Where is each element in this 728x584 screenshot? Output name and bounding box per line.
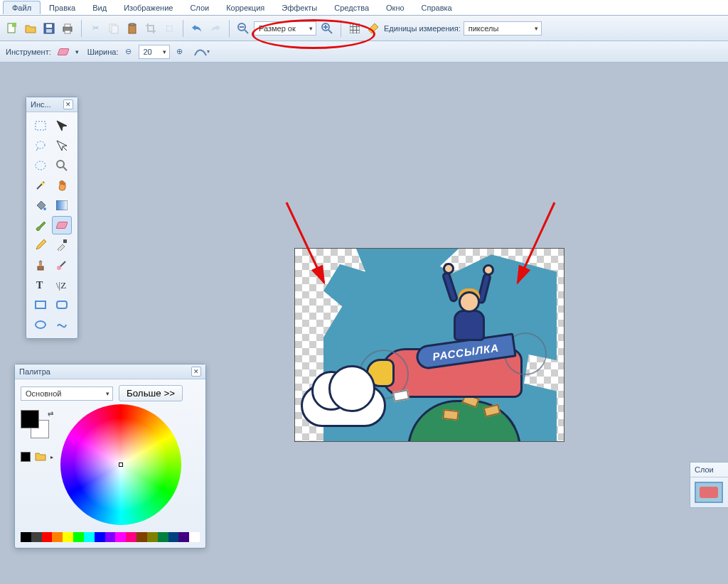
open-file-icon[interactable] bbox=[23, 21, 38, 36]
color-wheel[interactable] bbox=[60, 404, 181, 525]
reset-colors-icon[interactable] bbox=[21, 452, 31, 462]
tool-move-icon[interactable] bbox=[52, 117, 72, 135]
units-select[interactable]: пикселы bbox=[464, 21, 542, 36]
print-icon[interactable] bbox=[60, 21, 75, 36]
swap-colors-icon[interactable]: ⇄ bbox=[48, 410, 53, 418]
svg-rect-24 bbox=[36, 121, 46, 130]
antialias-icon[interactable]: ▾ bbox=[194, 44, 210, 60]
tool-ellipse-icon[interactable] bbox=[31, 315, 50, 334]
grid-icon[interactable] bbox=[347, 21, 363, 36]
menu-effects[interactable]: Эффекты bbox=[273, 1, 326, 14]
menu-correction[interactable]: Коррекция bbox=[218, 1, 273, 14]
zoom-in-icon[interactable] bbox=[319, 21, 335, 36]
menu-edit[interactable]: Правка bbox=[41, 1, 84, 14]
palette-panel-title: Палитра bbox=[19, 367, 50, 376]
save-icon[interactable] bbox=[41, 21, 57, 36]
tool-eraser-icon[interactable] bbox=[52, 216, 72, 234]
menu-tools[interactable]: Средства bbox=[326, 1, 378, 14]
palette-panel: Палитра ✕ Основной Больше >> ⇄ ▸ bbox=[14, 364, 206, 548]
tool-rect-icon[interactable] bbox=[31, 296, 50, 314]
width-decrease-icon[interactable]: ⊖ bbox=[123, 44, 134, 60]
tool-wand-icon[interactable] bbox=[31, 176, 50, 195]
palette-color-swatch[interactable] bbox=[126, 532, 136, 542]
palette-color-swatch[interactable] bbox=[31, 532, 42, 542]
tool-picker-icon[interactable] bbox=[52, 236, 72, 254]
svg-rect-38 bbox=[57, 301, 67, 308]
palette-color-swatch[interactable] bbox=[73, 532, 84, 542]
canvas-envelope-icon bbox=[392, 389, 410, 402]
color-swatch-pair[interactable]: ⇄ bbox=[21, 410, 53, 443]
paste-icon[interactable] bbox=[124, 21, 140, 36]
tool-lasso-icon[interactable] bbox=[31, 136, 50, 155]
palette-color-swatch[interactable] bbox=[147, 532, 158, 542]
tool-freeform-icon[interactable] bbox=[52, 315, 72, 334]
menu-image[interactable]: Изображение bbox=[115, 1, 181, 14]
palette-color-swatch[interactable] bbox=[42, 532, 53, 542]
palette-color-swatch[interactable] bbox=[52, 532, 63, 542]
menu-window[interactable]: Окно bbox=[378, 1, 413, 14]
palette-color-swatch[interactable] bbox=[189, 532, 200, 542]
svg-text:T: T bbox=[36, 280, 43, 291]
width-increase-icon[interactable]: ⊕ bbox=[174, 44, 186, 60]
tool-brush-icon[interactable] bbox=[31, 216, 50, 234]
palette-strip[interactable] bbox=[21, 532, 200, 542]
svg-point-25 bbox=[36, 141, 45, 148]
zoom-out-icon[interactable] bbox=[235, 21, 251, 36]
current-tool-eraser-icon[interactable] bbox=[55, 44, 71, 60]
tool-clone-icon[interactable] bbox=[31, 256, 50, 274]
svg-rect-1 bbox=[12, 23, 16, 27]
tool-ellipse-select-icon[interactable] bbox=[31, 156, 50, 175]
undo-icon[interactable] bbox=[189, 21, 205, 36]
palette-panel-close-icon[interactable]: ✕ bbox=[191, 367, 201, 377]
cut-icon[interactable]: ✂ bbox=[87, 21, 103, 36]
copy-icon[interactable] bbox=[106, 21, 122, 36]
tool-roundrect-icon[interactable] bbox=[52, 296, 72, 314]
palette-more-button[interactable]: Больше >> bbox=[119, 385, 183, 401]
new-file-icon[interactable] bbox=[4, 21, 20, 36]
palette-color-swatch[interactable] bbox=[158, 532, 168, 542]
width-value-select[interactable]: 20 bbox=[139, 45, 170, 59]
svg-rect-11 bbox=[130, 23, 134, 26]
tool-recolor-icon[interactable] bbox=[52, 256, 72, 274]
svg-point-34 bbox=[57, 266, 61, 270]
layer-thumbnail[interactable] bbox=[695, 482, 723, 503]
crop-icon[interactable] bbox=[143, 21, 159, 36]
menu-file[interactable]: Файл bbox=[3, 1, 41, 14]
palette-color-swatch[interactable] bbox=[168, 532, 179, 542]
redo-icon[interactable] bbox=[208, 21, 223, 36]
menu-help[interactable]: Справка bbox=[413, 1, 461, 14]
palette-color-swatch[interactable] bbox=[136, 532, 147, 542]
palette-mode-select[interactable]: Основной bbox=[21, 386, 113, 401]
menu-layers[interactable]: Слои bbox=[181, 1, 218, 14]
palette-color-swatch[interactable] bbox=[178, 532, 189, 542]
tool-pencil-icon[interactable] bbox=[31, 236, 50, 254]
ruler-icon[interactable] bbox=[365, 21, 381, 36]
tools-panel-close-icon[interactable]: ✕ bbox=[63, 99, 73, 109]
tool-pan-icon[interactable] bbox=[52, 176, 72, 195]
palette-color-swatch[interactable] bbox=[63, 532, 73, 542]
deselect-icon[interactable]: ⬚ bbox=[161, 21, 177, 36]
palette-folder-icon[interactable] bbox=[35, 451, 46, 463]
palette-color-swatch[interactable] bbox=[105, 532, 116, 542]
palette-color-swatch[interactable] bbox=[115, 532, 126, 542]
palette-color-swatch[interactable] bbox=[95, 532, 105, 542]
svg-rect-3 bbox=[46, 24, 52, 28]
tool-zoom-icon[interactable] bbox=[52, 156, 72, 175]
menu-view[interactable]: Вид bbox=[84, 1, 115, 14]
foreground-color-swatch[interactable] bbox=[21, 410, 39, 428]
tool-text-icon[interactable]: T bbox=[31, 276, 50, 294]
svg-point-27 bbox=[57, 161, 64, 168]
tool-gradient-icon[interactable] bbox=[52, 196, 72, 215]
menu-bar: Файл Правка Вид Изображение Слои Коррекц… bbox=[0, 0, 728, 16]
palette-color-swatch[interactable] bbox=[21, 532, 31, 542]
tool-bucket-icon[interactable] bbox=[31, 196, 50, 215]
svg-line-13 bbox=[245, 30, 248, 33]
svg-rect-33 bbox=[39, 262, 42, 266]
tool-move-selection-icon[interactable] bbox=[52, 136, 72, 155]
palette-color-swatch[interactable] bbox=[84, 532, 95, 542]
zoom-level-select[interactable]: Размер ок bbox=[254, 21, 316, 36]
tool-line-icon[interactable]: \|Z bbox=[52, 276, 72, 294]
layers-panel-title: Слои bbox=[690, 463, 728, 477]
tool-rect-select-icon[interactable] bbox=[31, 117, 50, 135]
canvas[interactable]: РАССЫЛКА bbox=[294, 248, 564, 442]
